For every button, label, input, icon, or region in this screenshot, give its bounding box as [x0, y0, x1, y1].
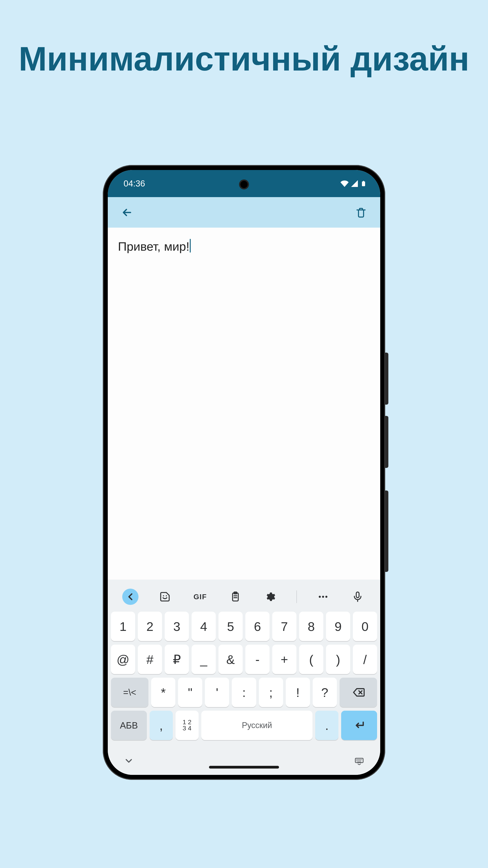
chevron-down-icon	[124, 756, 134, 766]
key-1[interactable]: 1	[111, 612, 135, 641]
svg-point-1	[166, 595, 167, 596]
note-editor[interactable]: Привет, мир!	[108, 228, 380, 580]
keyboard-icon	[354, 756, 364, 766]
back-button[interactable]	[119, 205, 135, 220]
numpad-bot: 3 4	[183, 725, 191, 732]
nav-keyboard-switch-button[interactable]	[354, 756, 364, 767]
svg-point-5	[322, 596, 324, 598]
key-comma[interactable]: ,	[150, 711, 173, 740]
nav-home-pill[interactable]	[209, 766, 279, 769]
editor-text: Привет, мир!	[118, 240, 191, 253]
kb-mic-button[interactable]	[350, 589, 366, 605]
key-4[interactable]: 4	[192, 612, 216, 641]
key-7[interactable]: 7	[272, 612, 296, 641]
wifi-icon	[340, 180, 349, 188]
kb-row-numbers: 1 2 3 4 5 6 7 8 9 0	[111, 612, 377, 641]
key-numeric-pad[interactable]: 1 2 3 4	[175, 711, 199, 740]
key-0[interactable]: 0	[353, 612, 377, 641]
kb-row-symbols-2: =\< * " ' : ; ! ?	[111, 678, 377, 707]
kb-clipboard-button[interactable]	[227, 589, 243, 605]
svg-point-4	[319, 596, 321, 598]
numpad-top: 1 2	[183, 719, 191, 725]
key-more-symbols[interactable]: =\<	[111, 678, 149, 707]
key-squote[interactable]: '	[205, 678, 229, 707]
status-time: 04:36	[124, 179, 145, 188]
key-period[interactable]: .	[315, 711, 338, 740]
key-colon[interactable]: :	[232, 678, 256, 707]
cellular-icon	[350, 180, 359, 188]
key-8[interactable]: 8	[299, 612, 323, 641]
key-enter[interactable]	[341, 711, 377, 740]
key-ruble[interactable]: ₽	[165, 645, 189, 674]
chevron-left-icon	[125, 591, 136, 602]
key-plus[interactable]: +	[272, 645, 296, 674]
microphone-icon	[352, 591, 363, 602]
key-space[interactable]: Русский	[201, 711, 313, 740]
key-dquote[interactable]: "	[178, 678, 202, 707]
key-9[interactable]: 9	[326, 612, 350, 641]
clipboard-icon	[230, 591, 241, 602]
keyboard-toolbar: GIF	[111, 585, 377, 612]
key-6[interactable]: 6	[246, 612, 269, 641]
key-3[interactable]: 3	[165, 612, 189, 641]
enter-icon	[353, 719, 365, 732]
key-asterisk[interactable]: *	[151, 678, 175, 707]
volume-down-button	[385, 416, 388, 468]
key-mode-switch[interactable]: АБВ	[111, 711, 147, 740]
volume-up-button	[385, 352, 388, 405]
key-underscore[interactable]: _	[192, 645, 216, 674]
key-ampersand[interactable]: &	[219, 645, 242, 674]
delete-button[interactable]	[353, 205, 369, 220]
key-question[interactable]: ?	[313, 678, 337, 707]
nav-back-button[interactable]	[124, 756, 134, 767]
battery-icon	[360, 179, 367, 188]
ellipsis-icon	[318, 591, 329, 602]
power-button	[385, 491, 388, 572]
key-rparen[interactable]: )	[326, 645, 350, 674]
front-camera	[239, 180, 249, 189]
svg-point-0	[163, 595, 164, 596]
key-at[interactable]: @	[111, 645, 135, 674]
trash-icon	[355, 206, 367, 219]
system-nav-bar	[108, 748, 380, 775]
key-exclaim[interactable]: !	[286, 678, 310, 707]
key-backspace[interactable]	[339, 678, 377, 707]
app-bar	[108, 197, 380, 228]
kb-settings-button[interactable]	[262, 589, 278, 605]
key-5[interactable]: 5	[219, 612, 242, 641]
key-semicolon[interactable]: ;	[259, 678, 283, 707]
key-minus[interactable]: -	[246, 645, 269, 674]
kb-toolbar-separator	[296, 590, 297, 603]
kb-more-button[interactable]	[315, 589, 331, 605]
soft-keyboard: GIF 1	[108, 580, 380, 748]
key-lparen[interactable]: (	[299, 645, 323, 674]
key-hash[interactable]: #	[138, 645, 162, 674]
svg-point-6	[325, 596, 327, 598]
key-slash[interactable]: /	[353, 645, 377, 674]
promo-heading: Минималистичный дизайн	[0, 0, 488, 79]
kb-row-symbols-1: @ # ₽ _ & - + ( ) /	[111, 645, 377, 674]
kb-row-bottom: АБВ , 1 2 3 4 Русский .	[111, 711, 377, 740]
kb-sticker-button[interactable]	[157, 589, 173, 605]
key-2[interactable]: 2	[138, 612, 162, 641]
backspace-icon	[352, 686, 365, 699]
sticker-icon	[159, 591, 170, 602]
kb-gif-button[interactable]: GIF	[191, 589, 209, 605]
gear-icon	[264, 591, 275, 602]
arrow-back-icon	[121, 206, 133, 219]
kb-collapse-button[interactable]	[122, 589, 138, 605]
phone-mockup: 04:36 Привет, мир!	[103, 165, 385, 780]
